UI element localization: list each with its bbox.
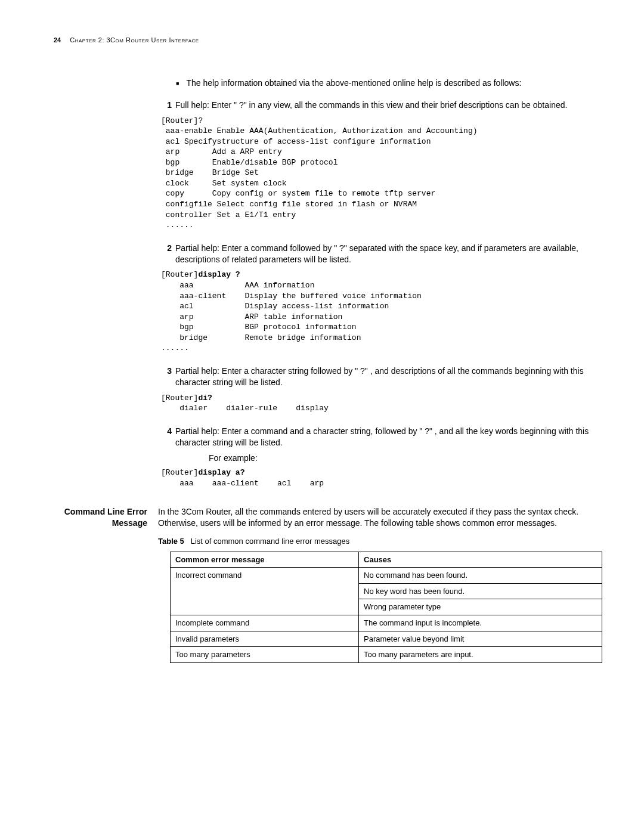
intro-text: The help information obtained via the ab… [186,78,521,89]
code-rest: aaa aaa-client acl arp [161,479,324,488]
table-caption: Table 5 List of common command line erro… [158,536,590,547]
item-text: Partial help: Enter a command followed b… [175,243,590,265]
table-header-cell: Common error message [171,552,359,568]
code-rest: aaa AAA information aaa-client Display t… [161,281,422,352]
item-text: Partial help: Enter a character string f… [175,366,590,388]
item-number: 2 [161,243,172,265]
code-bold: di? [198,394,212,402]
table-cell: The command input is incomplete. [359,615,602,631]
table-header-cell: Causes [359,552,602,568]
error-message-section: Command Line Error Message In the 3Com R… [54,506,590,662]
side-label-line1: Command Line Error [64,507,147,516]
side-label-line2: Message [112,518,147,528]
code-bold: display a? [198,468,244,477]
section-paragraph: In the 3Com Router, all the commands ent… [158,506,590,529]
table-number: Table 5 [158,537,184,546]
error-messages-table: Common error message Causes Incorrect co… [170,552,602,663]
square-bullet-icon: ■ [176,80,179,89]
intro-bullet: ■ The help information obtained via the … [176,78,590,89]
table-title: List of common command line error messag… [191,537,350,546]
section-content: In the 3Com Router, all the commands ent… [158,506,590,662]
list-item: 2 Partial help: Enter a command followed… [161,243,590,265]
list-item: 1 Full help: Enter " ?" in any view, all… [161,100,590,111]
item-number: 3 [161,366,172,388]
item-number: 1 [161,100,172,111]
code-block: [Router]display ? aaa AAA information aa… [161,270,590,353]
item-number: 4 [161,426,172,448]
code-bold: display ? [198,270,240,279]
code-rest: dialer dialer-rule display [161,404,329,413]
table-cell: Parameter value beyond limit [359,631,602,647]
page-header: 24 Chapter 2: 3Com Router User Interface [54,36,590,45]
table-cell: Incomplete command [171,615,359,631]
code-prefix: [Router] [161,468,198,477]
table-cell: Invalid parameters [171,631,359,647]
code-prefix: [Router] [161,394,198,402]
table-row: Too many parameters Too many parameters … [171,647,602,663]
table-cell: Too many parameters [171,647,359,663]
section-side-label: Command Line Error Message [54,506,158,662]
code-block: [Router]? aaa-enable Enable AAA(Authenti… [161,116,590,231]
table-cell: No command has been found. [359,568,602,584]
list-item: 4 Partial help: Enter a command and a ch… [161,426,590,448]
code-block: [Router]display a? aaa aaa-client acl ar… [161,467,590,488]
item-text: Full help: Enter " ?" in any view, all t… [175,100,590,111]
item-text: Partial help: Enter a command and a char… [175,426,590,448]
for-example-label: For example: [209,453,590,464]
table-cell: No key word has been found. [359,583,602,599]
table-row: Invalid parameters Parameter value beyon… [171,631,602,647]
table-row: Incomplete command The command input is … [171,615,602,631]
list-item: 3 Partial help: Enter a character string… [161,366,590,388]
page-number: 24 [54,36,61,45]
code-prefix: [Router] [161,270,198,279]
main-content: ■ The help information obtained via the … [161,78,590,489]
chapter-title: Chapter 2: 3Com Router User Interface [70,36,199,44]
table-row: Incorrect command No command has been fo… [171,568,602,584]
code-block: [Router]di? dialer dialer-rule display [161,393,590,414]
table-cell: Incorrect command [171,568,359,615]
table-cell: Wrong parameter type [359,599,602,615]
table-cell: Too many parameters are input. [359,647,602,663]
